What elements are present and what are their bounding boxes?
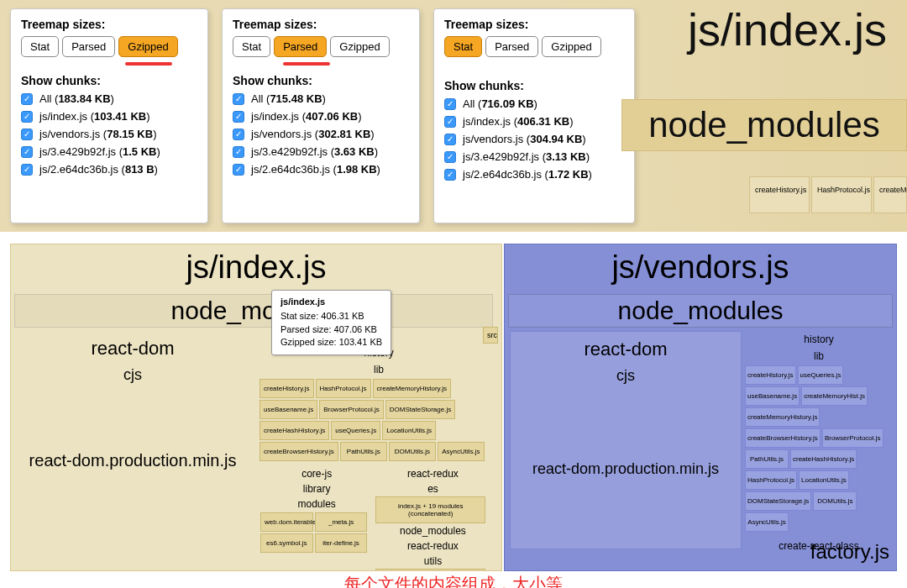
treemap-group-label: react-redux (375, 538, 490, 554)
treemap-cell[interactable]: BrowserProtocol.js (319, 400, 384, 419)
treemap-cell[interactable]: src (483, 327, 498, 344)
checkbox-icon[interactable]: ✓ (233, 111, 244, 123)
treemap-cell[interactable]: HashProtocol.js (811, 176, 872, 213)
chunk-item[interactable]: ✓js/2.e64dc36b.js (813 B) (21, 163, 197, 176)
treemap-cell[interactable]: PathUtils.js (745, 449, 789, 469)
chunk-item[interactable]: ✓All (715.48 KB) (233, 92, 409, 105)
checkbox-icon[interactable]: ✓ (444, 116, 456, 128)
gzipped-button[interactable]: Gzipped (330, 36, 389, 57)
treemap-nodemodules[interactable]: node_modules (14, 294, 493, 328)
chunk-item[interactable]: ✓js/3.e429b92f.js (1.5 KB) (21, 145, 197, 158)
parsed-button[interactable]: Parsed (62, 36, 115, 57)
treemap-cell[interactable]: createBrowserHistory.js (745, 428, 820, 448)
checkbox-icon[interactable]: ✓ (444, 169, 456, 181)
treemap-cell[interactable]: createHistory.js (745, 365, 796, 385)
show-chunks-title: Show chunks: (444, 79, 624, 92)
chunk-label: All (715.48 KB) (251, 92, 326, 105)
treemap-cell[interactable]: createMemoryHist.js (801, 386, 868, 406)
treemap-cell[interactable]: useQueries.js (798, 365, 844, 385)
treemap-cell[interactable]: AsyncUtils.js (745, 512, 789, 532)
chunk-item[interactable]: ✓All (183.84 KB) (21, 92, 197, 105)
checkbox-icon[interactable]: ✓ (444, 151, 456, 163)
treemap-nodemodules[interactable]: node_modules (508, 294, 893, 328)
checkbox-icon[interactable]: ✓ (21, 146, 33, 158)
show-chunks-title: Show chunks: (233, 74, 409, 87)
stat-button[interactable]: Stat (21, 36, 59, 57)
chunk-item[interactable]: ✓js/3.e429b92f.js (3.63 KB) (233, 145, 409, 158)
treemap-cell[interactable]: HashProtocol.js (745, 470, 797, 490)
treemap-index[interactable]: js/index.js node_modules react-dom cjs r… (10, 244, 502, 571)
treemap-cell[interactable]: useBasename.js (745, 386, 800, 406)
chunk-item[interactable]: ✓js/vendors.js (78.15 KB) (21, 128, 197, 140)
treemap-cell-label: react-dom (517, 339, 734, 360)
treemap-cell[interactable]: createHistory.js (260, 379, 314, 398)
treemap-cell[interactable]: iter-define.js (315, 533, 368, 553)
chunk-item[interactable]: ✓js/3.e429b92f.js (3.13 KB) (444, 150, 624, 163)
treemap-cell[interactable]: createHashHistory.js (260, 421, 329, 440)
treemap-cell[interactable]: DOMStateStorage.js (745, 491, 811, 511)
treemap-reactdom[interactable]: react-dom cjs react-dom.production.min.j… (510, 331, 742, 549)
treemap-reactdom[interactable]: react-dom cjs react-dom.production.min.j… (11, 331, 254, 474)
treemap-cell[interactable]: LocationUtils.js (799, 470, 849, 490)
chunk-item[interactable]: ✓js/index.js (406.31 KB) (444, 115, 624, 128)
chunk-item[interactable]: ✓js/2.e64dc36b.js (1.72 KB) (444, 168, 624, 181)
parsed-button[interactable]: Parsed (485, 36, 538, 57)
treemap-cell[interactable]: es6.symbol.js (260, 533, 313, 553)
treemap-cell[interactable]: DOMUtils.js (813, 491, 857, 511)
stat-button[interactable]: Stat (444, 36, 482, 57)
treemap-cell[interactable]: PathUtils.js (340, 442, 387, 461)
treemap-vendors[interactable]: js/vendors.js node_modules react-dom cjs… (504, 244, 897, 571)
treemap-cell[interactable]: createHashHistory.js (790, 449, 857, 469)
treemap-cell[interactable]: createMemoryHistory.js (745, 407, 820, 427)
gzipped-button[interactable]: Gzipped (542, 36, 600, 57)
chunk-item[interactable]: ✓js/index.js (407.06 KB) (233, 110, 409, 123)
treemap-group-label: lib (745, 349, 893, 364)
treemap-title: js/index.js (11, 244, 501, 291)
treemap-cell[interactable]: createMemoryHistory.js (373, 379, 451, 398)
checkbox-icon[interactable]: ✓ (21, 93, 33, 105)
gzipped-button[interactable]: Gzipped (118, 36, 177, 57)
checkbox-icon[interactable]: ✓ (233, 93, 244, 105)
treemap-cell[interactable]: HashProtocol.js (316, 379, 371, 398)
treemap-cell[interactable]: DOMUtils.js (389, 442, 436, 461)
checkbox-icon[interactable]: ✓ (233, 129, 244, 140)
treemap-cell[interactable]: BrowserProtocol.js (822, 428, 883, 448)
treemap-cell[interactable]: web.dom.iterable.js (260, 512, 313, 532)
treemap-cell[interactable]: _meta.js (315, 512, 368, 532)
chunk-label: All (716.09 KB) (463, 97, 537, 110)
checkbox-icon[interactable]: ✓ (233, 164, 244, 176)
treemap-cell[interactable]: DOMStateStorage.js (385, 400, 455, 419)
treemap-cell[interactable]: createBrowserHistory.js (260, 442, 338, 461)
treemap-group-label: node_modules (375, 523, 490, 538)
stat-button[interactable]: Stat (233, 36, 270, 57)
treemap-cell[interactable]: useQueries.js (331, 421, 380, 440)
checkbox-icon[interactable]: ✓ (233, 146, 244, 158)
parsed-button[interactable]: Parsed (274, 36, 327, 57)
chunk-item[interactable]: ✓js/index.js (103.41 KB) (21, 110, 197, 123)
chunk-item[interactable]: ✓js/vendors.js (304.94 KB) (444, 133, 624, 145)
treemap-cell[interactable]: createHistory.js (749, 176, 810, 213)
treemap-cell-label: react-dom.production.min.js (18, 451, 248, 470)
treemap-cell-title[interactable]: js/index.js (688, 3, 887, 55)
treemap-cell[interactable]: AsyncUtils.js (438, 442, 485, 461)
checkbox-icon[interactable]: ✓ (444, 134, 456, 145)
treemap-cell-factory[interactable]: factory.js (810, 540, 889, 564)
treemap-group-label: modules (260, 496, 374, 512)
chunk-item[interactable]: ✓js/2.e64dc36b.js (1.98 KB) (233, 163, 409, 176)
treemap-cell[interactable]: createMemc (873, 176, 907, 213)
treemap-cell-nodemodules[interactable]: node_modules (621, 99, 907, 151)
checkbox-icon[interactable]: ✓ (21, 111, 33, 123)
checkbox-icon[interactable]: ✓ (21, 164, 33, 176)
treemap-cell-label: react-dom (18, 338, 248, 360)
treemap-cell[interactable]: connectAdvanced.js (375, 569, 485, 571)
chunk-item[interactable]: ✓All (716.09 KB) (444, 97, 624, 110)
figure-caption: 每个文件的内容组成，大小等 (0, 573, 907, 588)
treemap-cell-label: react-dom.production.min.js (517, 460, 734, 478)
treemap-cell[interactable]: index.js + 19 modules (concatenated) (375, 496, 485, 523)
treemap-cell[interactable]: LocationUtils.js (382, 421, 436, 440)
treemap-group-label: history (745, 332, 893, 347)
chunk-item[interactable]: ✓js/vendors.js (302.81 KB) (233, 128, 409, 140)
checkbox-icon[interactable]: ✓ (21, 129, 33, 140)
checkbox-icon[interactable]: ✓ (444, 98, 456, 110)
treemap-cell[interactable]: useBasename.js (260, 400, 317, 419)
